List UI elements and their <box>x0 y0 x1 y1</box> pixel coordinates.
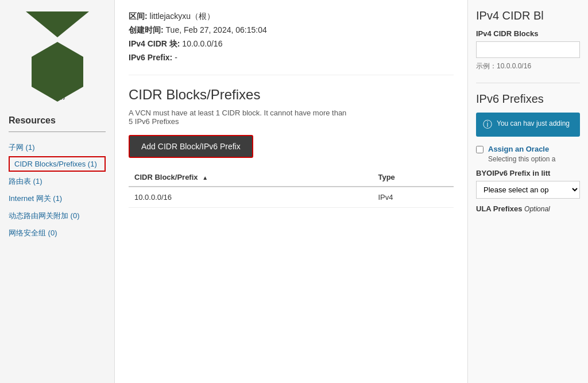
col-cidr-block[interactable]: CIDR Block/Prefix ▲ <box>129 168 372 187</box>
byoipv6-label-text: BYOIPv6 Prefix in litt <box>476 169 550 177</box>
byoipv6-select[interactable]: Please select an op <box>476 181 580 199</box>
hexagon-shape <box>32 57 83 87</box>
ipv6-panel-section: IPv6 Prefixes ⓘ You can hav just adding … <box>476 92 580 213</box>
row-cidr: 10.0.0.0/16 <box>129 187 372 208</box>
cidr-table: CIDR Block/Prefix ▲ Type 10.0.0.0/16 IPv… <box>129 168 454 208</box>
sidebar-item-security-group[interactable]: 网络安全组 (0) <box>9 225 106 242</box>
ipv4-example: 示例：10.0.0.0/16 <box>476 61 580 71</box>
assign-oracle-sublabel: Selecting this option a <box>488 155 555 163</box>
vcn-ipv4: IPv4 CIDR 块: 10.0.0.0/16 <box>129 39 454 49</box>
table-head: CIDR Block/Prefix ▲ Type <box>129 168 454 187</box>
add-cidr-button[interactable]: Add CIDR Block/IPv6 Prefix <box>129 135 253 158</box>
region-value: littlejackyxu（根） <box>150 11 215 21</box>
info-box-text: You can hav just adding <box>497 118 570 129</box>
ipv6-value: - <box>175 53 177 62</box>
created-label: 创建时间: <box>129 25 164 34</box>
assign-oracle-text: Assign an Oracle Selecting this option a <box>488 145 555 163</box>
byoipv6-label: BYOIPv6 Prefix in litt <box>476 169 580 177</box>
vcn-ipv6: IPv6 Prefix: - <box>129 53 454 62</box>
sidebar-item-internet-gateway[interactable]: Internet 网关 (1) <box>9 190 106 207</box>
ula-label-text: ULA Prefixes <box>476 204 522 213</box>
sidebar: 可用 Resources 子网 (1) CIDR Blocks/Prefixes… <box>0 0 115 383</box>
ipv4-value: 10.0.0.0/16 <box>182 39 222 48</box>
ipv4-panel-section: IPv4 CIDR Bl IPv4 CIDR Blocks 示例：10.0.0.… <box>476 9 580 71</box>
sidebar-item-subnet[interactable]: 子网 (1) <box>9 139 106 156</box>
table-header-row: CIDR Block/Prefix ▲ Type <box>129 168 454 187</box>
section-desc: A VCN must have at least 1 CIDR block. I… <box>129 109 347 126</box>
resources-divider <box>9 131 106 132</box>
table-body: 10.0.0.0/16 IPv4 <box>129 187 454 208</box>
assign-oracle-row: Assign an Oracle Selecting this option a <box>476 145 580 163</box>
region-label: 区间: <box>129 11 148 21</box>
assign-oracle-checkbox[interactable] <box>476 146 483 153</box>
row-type: IPv4 <box>372 187 454 208</box>
ipv6-info-box: ⓘ You can hav just adding <box>476 113 580 137</box>
vcn-region: 区间: littlejackyxu（根） <box>129 11 454 22</box>
main-content: 区间: littlejackyxu（根） 创建时间: Tue, Feb 27, … <box>115 0 467 383</box>
ula-label: ULA Prefixes Optional <box>476 204 580 213</box>
panel-divider <box>476 83 580 83</box>
ula-optional-text: Optional <box>524 205 550 213</box>
vcn-created: 创建时间: Tue, Feb 27, 2024, 06:15:04 <box>129 25 454 36</box>
ipv4-label: IPv4 CIDR 块: <box>129 39 180 48</box>
vcn-info: 区间: littlejackyxu（根） 创建时间: Tue, Feb 27, … <box>129 11 454 75</box>
ipv6-label: IPv6 Prefix: <box>129 53 172 62</box>
col-type[interactable]: Type <box>372 168 454 187</box>
section-title: CIDR Blocks/Prefixes <box>129 87 454 103</box>
col-cidr-label: CIDR Block/Prefix <box>134 173 198 181</box>
right-panel: IPv4 CIDR Bl IPv4 CIDR Blocks 示例：10.0.0.… <box>467 0 588 383</box>
created-value: Tue, Feb 27, 2024, 06:15:04 <box>166 25 267 34</box>
info-icon: ⓘ <box>483 119 492 131</box>
sort-arrow-icon[interactable]: ▲ <box>202 175 208 181</box>
resources-section: Resources 子网 (1) CIDR Blocks/Prefixes (1… <box>9 115 106 242</box>
table-row: 10.0.0.0/16 IPv4 <box>129 187 454 208</box>
sidebar-item-route-table[interactable]: 路由表 (1) <box>9 173 106 190</box>
cidr-table-wrapper: CIDR Block/Prefix ▲ Type 10.0.0.0/16 IPv… <box>129 168 454 208</box>
sidebar-item-cidr-prefixes[interactable]: CIDR Blocks/Prefixes (1) <box>9 156 106 172</box>
sidebar-item-dynamic-routing[interactable]: 动态路由网关附加 (0) <box>9 207 106 225</box>
triangle-shape <box>26 11 89 37</box>
assign-oracle-label: Assign an Oracle <box>488 145 555 153</box>
ipv4-field-label: IPv4 CIDR Blocks <box>476 29 580 38</box>
resources-title: Resources <box>9 115 106 126</box>
ipv6-panel-title: IPv6 Prefixes <box>476 92 580 106</box>
ipv4-cidr-input[interactable] <box>476 41 580 58</box>
ipv4-panel-title: IPv4 CIDR Bl <box>476 9 580 22</box>
